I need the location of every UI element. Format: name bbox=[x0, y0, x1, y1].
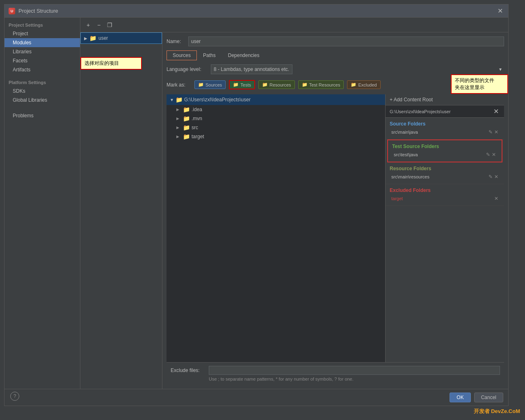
sidebar-item-sdks[interactable]: SDKs bbox=[5, 87, 80, 96]
expand-arrow: ▶ bbox=[84, 36, 87, 41]
mark-tests-button[interactable]: 📁 Tests bbox=[229, 80, 255, 89]
resource-folders-section: Resource Folders src\main\resources ✎ ✕ bbox=[386, 162, 504, 184]
excluded-folders-label: Excluded Folders bbox=[390, 187, 500, 193]
mark-as-label: Mark as: bbox=[167, 82, 191, 88]
resource-edit-button-0[interactable]: ✎ bbox=[488, 174, 493, 180]
exclude-input[interactable] bbox=[209, 366, 500, 375]
exclude-hint: Use ; to separate name patterns, * for a… bbox=[171, 377, 500, 381]
test-source-folder-actions-0: ✎ ✕ bbox=[486, 152, 496, 158]
tree-item-target[interactable]: ▶ 📁 target bbox=[167, 132, 385, 141]
ok-button[interactable]: OK bbox=[450, 393, 470, 402]
module-item-user[interactable]: ▶ 📁 user bbox=[80, 32, 162, 44]
copy-button[interactable]: ❐ bbox=[105, 21, 114, 30]
module-list: ▶ 📁 user 选择对应的项目 bbox=[80, 32, 162, 389]
add-button[interactable]: + bbox=[84, 21, 93, 30]
tree-item-mvn[interactable]: ▶ 📁 .mvn bbox=[167, 114, 385, 123]
sidebar-item-libraries[interactable]: Libraries bbox=[5, 47, 80, 56]
dialog-footer: OK Cancel bbox=[5, 389, 508, 406]
test-source-remove-button-0[interactable]: ✕ bbox=[492, 152, 496, 158]
sidebar-item-project[interactable]: Project bbox=[5, 29, 80, 38]
split-area: ▼ 📁 G:\Users\zxl\IdeaProjects\user ▶ 📁 .… bbox=[167, 94, 504, 362]
resource-folders-label: Resource Folders bbox=[390, 166, 500, 171]
mvn-arrow: ▶ bbox=[176, 116, 181, 121]
tree-item-idea[interactable]: ▶ 📁 .idea bbox=[167, 105, 385, 114]
root-folder-icon: 📁 bbox=[176, 96, 183, 103]
excluded-folder-entry-0: target ✕ bbox=[390, 195, 500, 202]
resource-folder-entry-0: src\main\resources ✎ ✕ bbox=[390, 173, 500, 180]
mvn-label: .mvn bbox=[192, 116, 202, 121]
exclude-label: Exclude files: bbox=[171, 368, 205, 373]
name-input[interactable] bbox=[188, 37, 504, 46]
idea-arrow: ▶ bbox=[176, 107, 181, 112]
sidebar-item-global-libraries[interactable]: Global Libraries bbox=[5, 96, 80, 105]
sidebar: Project Settings Project Modules Librari… bbox=[5, 18, 80, 389]
tab-paths[interactable]: Paths bbox=[197, 50, 222, 60]
add-content-root-button[interactable]: + Add Content Root bbox=[386, 94, 504, 105]
resources-folder-icon: 📁 bbox=[262, 82, 268, 87]
folder-icon: 📁 bbox=[89, 35, 96, 41]
module-area: ▶ 📁 user 选择对应的项目 Name: bbox=[80, 32, 508, 389]
resource-folder-path-0: src\main\resources bbox=[391, 174, 429, 179]
mark-sources-button[interactable]: 📁 Sources bbox=[194, 80, 226, 89]
src-label: src bbox=[192, 125, 198, 130]
language-level-select-wrapper: 8 - Lambdas, type annotations etc. bbox=[211, 64, 504, 74]
target-folder-icon: 📁 bbox=[183, 133, 190, 140]
help-button[interactable]: ? bbox=[10, 392, 19, 401]
tree-item-src[interactable]: ▶ 📁 src bbox=[167, 123, 385, 132]
cancel-button[interactable]: Cancel bbox=[474, 393, 503, 402]
language-level-row: Language level: 8 - Lambdas, type annota… bbox=[167, 64, 504, 74]
module-toolbar: + − ❐ bbox=[80, 18, 508, 32]
idea-label: .idea bbox=[192, 107, 202, 112]
mark-test-resources-button[interactable]: 📁 Test Resources bbox=[298, 80, 344, 89]
source-folder-entry-0: src\main\java ✎ ✕ bbox=[390, 128, 500, 136]
test-resources-folder-icon: 📁 bbox=[302, 82, 308, 87]
sidebar-item-modules[interactable]: Modules bbox=[5, 38, 80, 47]
name-row: Name: bbox=[167, 37, 504, 46]
content-roots-panel: 不同的类型的文件 夹在这里显示 + Add Content Root G:\Us… bbox=[385, 94, 504, 362]
resource-remove-button-0[interactable]: ✕ bbox=[494, 174, 498, 180]
root-path-label: G:\Users\zxl\IdeaProjects\user bbox=[184, 97, 251, 103]
sidebar-item-facets[interactable]: Facets bbox=[5, 56, 80, 65]
sidebar-item-problems[interactable]: Problems bbox=[5, 111, 80, 120]
mark-excluded-button[interactable]: 📁 Excluded bbox=[347, 80, 380, 89]
module-settings: Name: Sources Paths Dependencies Languag… bbox=[162, 32, 508, 389]
test-source-folder-path-0: src\test\java bbox=[394, 152, 418, 157]
source-folders-section: Source Folders src\main\java ✎ ✕ bbox=[386, 118, 504, 139]
excluded-remove-button-0[interactable]: ✕ bbox=[494, 196, 498, 201]
source-edit-button-0[interactable]: ✎ bbox=[488, 129, 493, 135]
window-title: Project Structure bbox=[18, 8, 58, 14]
test-source-folder-entry-0: src\test\java ✎ ✕ bbox=[392, 151, 498, 158]
dialog-content: Project Settings Project Modules Librari… bbox=[5, 18, 508, 389]
mark-resources-button[interactable]: 📁 Resources bbox=[258, 80, 295, 89]
mvn-folder-icon: 📁 bbox=[183, 115, 190, 122]
source-folder-path-0: src\main\java bbox=[391, 130, 418, 135]
test-source-folders-section: Test Source Folders src\test\java ✎ ✕ bbox=[387, 139, 502, 162]
close-button[interactable]: ✕ bbox=[496, 7, 504, 15]
excluded-folder-actions-0: ✕ bbox=[494, 196, 498, 201]
project-structure-dialog: U Project Structure ✕ Project Settings P… bbox=[4, 4, 509, 406]
root-close-button[interactable]: ✕ bbox=[492, 107, 500, 115]
idea-folder-icon: 📁 bbox=[183, 106, 190, 113]
watermark: 开发者 DevZe.CoM bbox=[474, 408, 520, 415]
source-folder-actions-0: ✎ ✕ bbox=[488, 129, 498, 135]
src-folder-icon: 📁 bbox=[183, 124, 190, 131]
tab-sources[interactable]: Sources bbox=[167, 50, 197, 60]
title-bar-left: U Project Structure bbox=[9, 8, 58, 14]
resource-folder-actions-0: ✎ ✕ bbox=[488, 174, 498, 180]
excluded-folder-icon: 📁 bbox=[351, 82, 356, 87]
tab-dependencies[interactable]: Dependencies bbox=[222, 50, 266, 60]
language-level-select[interactable]: 8 - Lambdas, type annotations etc. bbox=[211, 64, 292, 74]
source-remove-button-0[interactable]: ✕ bbox=[494, 129, 498, 135]
callout-select-project: 选择对应的项目 bbox=[80, 57, 142, 70]
main-panel: + − ❐ ▶ 📁 user 选择对应的项目 bbox=[80, 18, 508, 389]
test-source-folders-label: Test Source Folders bbox=[392, 144, 498, 149]
excluded-folders-section: Excluded Folders target ✕ bbox=[386, 184, 504, 206]
title-bar: U Project Structure ✕ bbox=[5, 5, 508, 18]
test-source-edit-button-0[interactable]: ✎ bbox=[486, 152, 490, 158]
target-arrow: ▶ bbox=[176, 135, 181, 139]
tree-root-item[interactable]: ▼ 📁 G:\Users\zxl\IdeaProjects\user bbox=[167, 94, 385, 105]
name-label: Name: bbox=[167, 39, 185, 44]
remove-button[interactable]: − bbox=[94, 21, 103, 30]
excluded-folder-path-0: target bbox=[391, 196, 403, 201]
sidebar-item-artifacts[interactable]: Artifacts bbox=[5, 65, 80, 74]
